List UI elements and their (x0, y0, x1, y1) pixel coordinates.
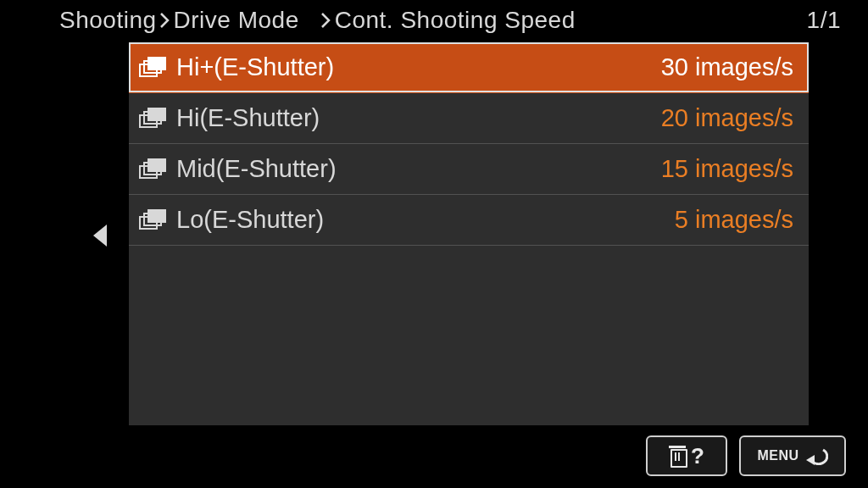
trash-icon (669, 446, 686, 466)
continuous-shooting-icon (139, 209, 170, 231)
menu-item-label: Lo(E-Shutter) (176, 206, 324, 234)
menu-item-value: 30 images/s (661, 53, 793, 81)
menu-item-value: 5 images/s (675, 206, 793, 234)
nav-left-caret-icon[interactable] (93, 225, 107, 247)
continuous-shooting-icon (139, 158, 170, 180)
menu-panel: Hi+(E-Shutter) 30 images/s Hi(E-Shutter)… (129, 42, 809, 425)
breadcrumb-item[interactable]: Cont. Shooting Speed (335, 7, 576, 34)
menu-item-lo[interactable]: Lo(E-Shutter) 5 images/s (129, 195, 809, 246)
menu-item-hi[interactable]: Hi(E-Shutter) 20 images/s (129, 93, 809, 144)
svg-marker-0 (806, 455, 815, 465)
back-arrow-icon (804, 446, 828, 465)
continuous-shooting-icon (139, 108, 170, 130)
breadcrumb-item[interactable]: Shooting (59, 7, 157, 34)
help-button[interactable]: ? (646, 435, 727, 476)
page-indicator: 1/1 (807, 7, 841, 34)
menu-item-label: Hi(E-Shutter) (176, 104, 320, 132)
menu-item-mid[interactable]: Mid(E-Shutter) 15 images/s (129, 144, 809, 195)
menu-back-button[interactable]: MENU (739, 435, 846, 476)
bottom-bar: ? MENU (646, 435, 846, 476)
menu-item-label: Mid(E-Shutter) (176, 155, 337, 183)
help-label: ? (691, 443, 704, 469)
chevron-right-icon (159, 12, 170, 29)
menu-label: MENU (757, 448, 798, 463)
menu-item-label: Hi+(E-Shutter) (176, 53, 334, 81)
breadcrumb: Shooting Drive Mode Cont. Shooting Speed… (0, 5, 868, 36)
menu-item-value: 15 images/s (661, 155, 793, 183)
menu-item-value: 20 images/s (661, 104, 793, 132)
continuous-shooting-icon (139, 57, 170, 79)
chevron-right-icon (320, 12, 331, 29)
breadcrumb-item[interactable]: Drive Mode (174, 7, 299, 34)
menu-item-hi-plus[interactable]: Hi+(E-Shutter) 30 images/s (129, 42, 809, 93)
